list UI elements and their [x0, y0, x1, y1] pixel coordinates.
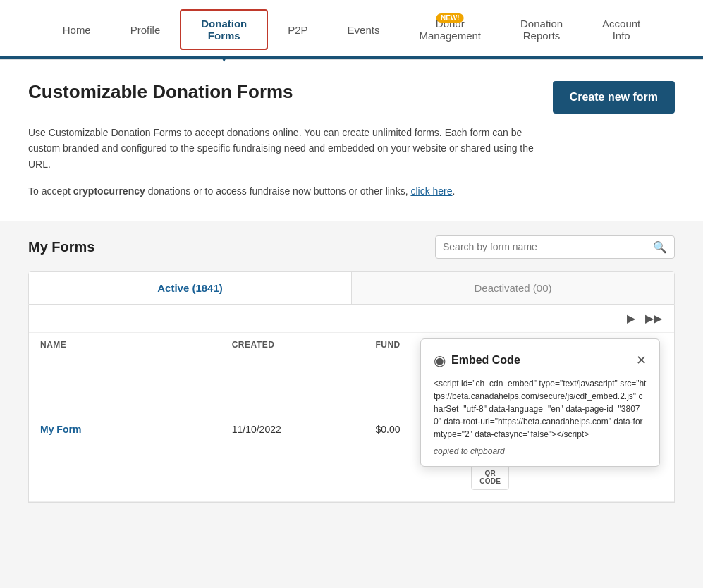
nav-item-events[interactable]: Events: [328, 17, 400, 43]
nav-item-donation-reports[interactable]: DonationReports: [501, 11, 582, 49]
forms-title: My Forms: [28, 239, 94, 255]
click-here-link[interactable]: click here: [410, 185, 452, 197]
hero-description: Use Customizable Donation Forms to accep…: [28, 125, 536, 172]
nav-item-home[interactable]: Home: [43, 17, 111, 43]
table-nav: ▶ ▶▶: [29, 305, 674, 333]
form-created: 11/10/2022: [232, 424, 376, 435]
nav-underline: [0, 56, 703, 59]
search-icon: 🔍: [653, 240, 667, 254]
col-header-name: NAME: [40, 340, 232, 350]
table-container: ▶ ▶▶ NAME CREATED FUND My Form 11/10/202…: [28, 305, 675, 503]
tab-deactivated[interactable]: Deactivated (00): [352, 272, 674, 304]
nav-item-donor-management[interactable]: NEW! DonorManagement: [399, 11, 501, 49]
search-box: 🔍: [435, 235, 675, 259]
create-new-form-button[interactable]: Create new form: [553, 81, 675, 114]
nav-item-donation-forms[interactable]: DonationForms: [180, 9, 268, 50]
hero-crypto-text: To accept cryptocurrency donations or to…: [28, 183, 675, 199]
forms-header: My Forms 🔍: [28, 235, 675, 259]
embed-check-icon: ◉: [434, 352, 446, 369]
last-page-button[interactable]: ▶▶: [642, 310, 666, 326]
prev-page-button[interactable]: ▶: [623, 310, 639, 326]
nav-bar: Home Profile DonationForms P2P Events NE…: [0, 0, 703, 60]
embed-popup: ◉ Embed Code ✕ <script id="ch_cdn_embed"…: [420, 338, 660, 467]
col-header-created: CREATED: [232, 340, 376, 350]
forms-section: My Forms 🔍 Active (1841) Deactivated (00…: [0, 221, 703, 517]
page-title: Customizable Donation Forms: [28, 81, 293, 103]
search-input[interactable]: [443, 241, 653, 252]
qr-code-label: QRCODE: [479, 470, 501, 485]
hero-top: Customizable Donation Forms Create new f…: [28, 81, 675, 114]
new-badge: NEW!: [436, 13, 464, 23]
nav-item-account-info[interactable]: AccountInfo: [582, 11, 660, 49]
hero-section: Customizable Donation Forms Create new f…: [0, 60, 703, 221]
nav-item-profile[interactable]: Profile: [111, 17, 181, 43]
main-content: Customizable Donation Forms Create new f…: [0, 60, 703, 517]
embed-popup-title: Embed Code: [451, 354, 520, 367]
embed-popup-header: ◉ Embed Code ✕: [434, 352, 647, 369]
embed-popup-title-row: ◉ Embed Code: [434, 352, 520, 369]
tab-active[interactable]: Active (1841): [29, 272, 352, 304]
form-name[interactable]: My Form: [40, 424, 232, 435]
nav-item-p2p[interactable]: P2P: [268, 17, 327, 43]
embed-copied-text: copied to clipboard: [434, 446, 647, 456]
tabs-bar: Active (1841) Deactivated (00): [28, 271, 675, 305]
embed-close-button[interactable]: ✕: [636, 353, 647, 368]
nav-items: Home Profile DonationForms P2P Events NE…: [43, 9, 661, 50]
embed-code-block: <script id="ch_cdn_embed" type="text/jav…: [434, 377, 647, 441]
